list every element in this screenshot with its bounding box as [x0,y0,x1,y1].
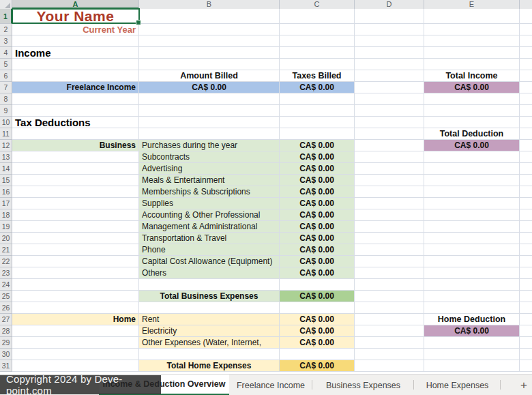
cell-A16[interactable] [12,186,139,198]
cell-B13[interactable]: Subcontracts [139,151,280,163]
cell-C1[interactable] [280,9,355,24]
cell-E2[interactable] [424,24,520,35]
cell-A30[interactable] [12,349,139,360]
cell-B2[interactable] [139,24,280,35]
cell-C10[interactable] [280,117,355,128]
cell-C25[interactable]: CA$ 0.00 [280,291,355,302]
cell-F2-partial[interactable] [520,24,532,35]
cell-A29[interactable] [12,337,139,349]
cell-C15[interactable]: CA$ 0.00 [280,175,355,186]
cell-F14-partial[interactable] [520,163,532,175]
cell-E22[interactable] [424,256,520,267]
cell-D27[interactable] [355,314,424,325]
cell-D14[interactable] [355,163,424,175]
sheet-tab-business-expenses[interactable]: Business Expenses [312,375,414,395]
cell-F24-partial[interactable] [520,279,532,291]
cell-A15[interactable] [12,175,139,186]
cell-F5-partial[interactable] [520,59,532,70]
cell-C8[interactable] [280,93,355,105]
cell-E5[interactable] [424,59,520,70]
row-header-21[interactable]: 21 [0,244,12,256]
cell-F28-partial[interactable] [520,325,532,337]
cell-F26-partial[interactable] [520,302,532,314]
cell-F13-partial[interactable] [520,151,532,163]
row-header-27[interactable]: 27 [0,314,12,325]
cell-E30[interactable] [424,349,520,360]
cell-C23[interactable]: CA$ 0.00 [280,267,355,279]
cell-E24[interactable] [424,279,520,291]
cell-E7[interactable]: CA$ 0.00 [424,82,520,93]
cell-C26[interactable] [280,302,355,314]
row-header-25[interactable]: 25 [0,291,12,302]
cell-E23[interactable] [424,267,520,279]
cell-A27[interactable]: Home [12,314,139,325]
cell-E1[interactable] [424,9,520,24]
cell-A13[interactable] [12,151,139,163]
cell-F20-partial[interactable] [520,233,532,244]
cell-D16[interactable] [355,186,424,198]
add-sheet-button[interactable]: + [516,375,532,395]
cell-D19[interactable] [355,221,424,233]
cell-D29[interactable] [355,337,424,349]
cell-B25[interactable]: Total Business Expenses [139,291,280,302]
column-header-B[interactable]: B [139,0,280,9]
cell-B27[interactable]: Rent [139,314,280,325]
cell-A14[interactable] [12,163,139,175]
column-header-C[interactable]: C [280,0,355,9]
cell-F23-partial[interactable] [520,267,532,279]
cell-B23[interactable]: Others [139,267,280,279]
cell-D24[interactable] [355,279,424,291]
cell-A28[interactable] [12,325,139,337]
cell-E28[interactable]: CA$ 0.00 [424,325,520,337]
cell-F29-partial[interactable] [520,337,532,349]
cell-E14[interactable] [424,163,520,175]
row-header-23[interactable]: 23 [0,267,12,279]
cell-E21[interactable] [424,244,520,256]
cell-B10[interactable] [139,117,280,128]
cell-D20[interactable] [355,233,424,244]
cell-E27[interactable]: Home Deduction [424,314,520,325]
cell-B14[interactable]: Advertising [139,163,280,175]
row-header-9[interactable]: 9 [0,105,12,117]
cell-C11[interactable] [280,128,355,140]
fill-handle-icon[interactable] [136,20,141,25]
cell-E10[interactable] [424,117,520,128]
cell-B6[interactable]: Amount Billed [139,70,280,82]
cell-D31[interactable] [355,360,424,372]
row-header-20[interactable]: 20 [0,233,12,244]
cell-C6[interactable]: Taxes Billed [280,70,355,82]
row-header-22[interactable]: 22 [0,256,12,267]
cell-C12[interactable]: CA$ 0.00 [280,140,355,151]
row-header-6[interactable]: 6 [0,70,12,82]
cell-B20[interactable]: Transportation & Travel [139,233,280,244]
cell-E31[interactable] [424,360,520,372]
cell-C4[interactable] [280,47,355,59]
cell-C19[interactable]: CA$ 0.00 [280,221,355,233]
cell-F22-partial[interactable] [520,256,532,267]
row-header-12[interactable]: 12 [0,140,12,151]
cell-C14[interactable]: CA$ 0.00 [280,163,355,175]
row-header-29[interactable]: 29 [0,337,12,349]
cell-A3[interactable] [12,35,139,47]
cell-B9[interactable] [139,105,280,117]
cell-D3[interactable] [355,35,424,47]
cell-B5[interactable] [139,59,280,70]
row-header-1[interactable]: 1 [0,9,12,24]
cell-C17[interactable]: CA$ 0.00 [280,198,355,209]
cell-E17[interactable] [424,198,520,209]
cell-F19-partial[interactable] [520,221,532,233]
cell-E15[interactable] [424,175,520,186]
cell-B12[interactable]: Purchases during the year [139,140,280,151]
cell-C29[interactable]: CA$ 0.00 [280,337,355,349]
row-header-8[interactable]: 8 [0,93,12,105]
cell-C31[interactable]: CA$ 0.00 [280,360,355,372]
cell-A20[interactable] [12,233,139,244]
cell-B21[interactable]: Phone [139,244,280,256]
cell-C9[interactable] [280,105,355,117]
cell-C2[interactable] [280,24,355,35]
cell-B11[interactable] [139,128,280,140]
cell-B3[interactable] [139,35,280,47]
cell-F12-partial[interactable] [520,140,532,151]
cell-E13[interactable] [424,151,520,163]
cell-B15[interactable]: Meals & Entertainment [139,175,280,186]
